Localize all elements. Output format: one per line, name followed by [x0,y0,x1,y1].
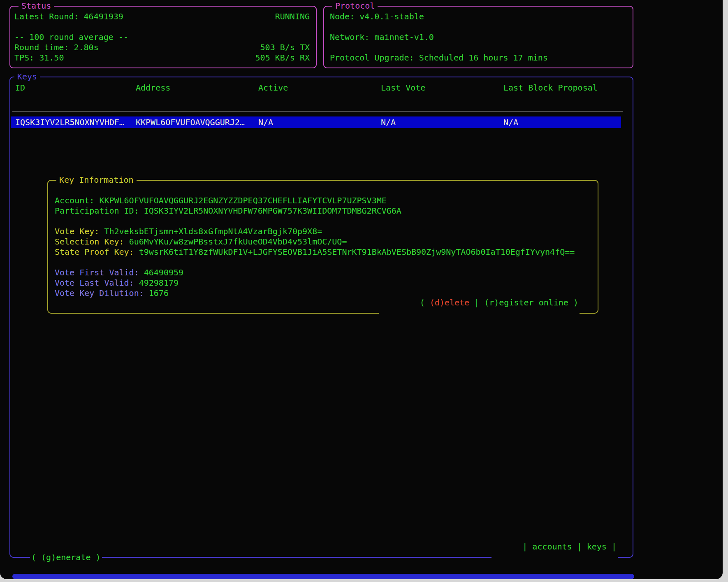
state-proof-key-line: State Proof Key: t9wsrK6tiT1Y8zfWUkDF1V+… [55,247,594,257]
nav-tab-keys[interactable]: keys [587,542,607,552]
nav-pipe-right: | [607,542,617,552]
vote-key-line: Vote Key: Th2veksbETjsmn+Xlds8xGfmpNtA4V… [55,226,594,237]
keys-panel: Keys ID Address Active Last Vote Last Bl… [9,77,633,558]
protocol-panel: Protocol Node: v4.0.1-stable Network: ma… [323,6,633,68]
selection-key-value: 6u6MvYKu/w8zwPBsstxJ7fkUueOD4VbD4v53lmOC… [129,237,347,247]
vote-last-valid-value: 49298179 [139,278,179,288]
participation-id-value: IQSK3IYV2LR5NOXNYVHDFW76MPGW757K3WIIDOM7… [144,206,401,216]
tps: TPS: 31.50 [14,53,64,63]
generate-action[interactable]: ( (g)enerate ) [30,552,102,563]
node-state-badge: RUNNING [275,12,310,22]
table-row[interactable]: IQSK3IYV2LR5NOXNYVHDF… KKPWL6OFVUFOAVQGG… [11,116,621,128]
row-cell-last-vote: N/A [381,116,396,128]
nav-tab-accounts[interactable]: accounts [532,542,572,552]
rx-rate: 505 KB/s RX [255,53,310,63]
network: Network: mainnet-v1.0 [330,32,628,42]
table-header-separator [12,111,623,112]
terminal-window: Status Latest Round: 46491939 RUNNING --… [0,0,723,579]
protocol-upgrade: Protocol Upgrade: Scheduled 16 hours 17 … [330,53,628,63]
latest-round: Latest Round: 46491939 [14,12,123,22]
participation-id-line: Participation ID: IQSK3IYV2LR5NOXNYVHDFW… [55,206,594,216]
keys-panel-title: Keys [14,71,40,82]
key-information-title: Key Information [56,175,137,185]
key-information-panel: Key Information Account: KKPWL6OFVUFOAVQ… [47,180,598,314]
row-cell-id: IQSK3IYV2LR5NOXNYVHDF… [15,116,124,128]
key-actions-separator: | [469,298,484,307]
column-header-id: ID [15,83,25,93]
round-time: Round time: 2.80s [14,42,99,53]
view-nav: | accounts | keys | [492,531,618,563]
row-cell-last-block-proposal: N/A [503,116,518,128]
vote-key-dilution-value: 1676 [149,288,169,298]
node-version: Node: v4.0.1-stable [330,12,628,22]
account-line: Account: KKPWL6OFVUFOAVQGGURJ2EGNZYZZDPE… [55,196,594,206]
key-actions: ( (d)elete | (r)egister online ) [379,286,580,319]
column-header-last-block-proposal: Last Block Proposal [503,83,598,93]
vote-first-valid-value: 46490959 [144,268,183,277]
status-panel-title: Status [19,0,54,11]
column-header-active: Active [258,83,288,93]
nav-pipe-left: | [522,542,532,552]
bottom-scrollbar[interactable] [12,574,634,579]
node-version-value: v4.0.1-stable [359,12,424,21]
column-header-last-vote: Last Vote [381,83,425,93]
tps-value: 31.50 [39,53,64,63]
vote-first-valid-line: Vote First Valid: 46490959 [55,268,594,278]
delete-action[interactable]: (d)elete [430,298,469,307]
round-time-value: 2.80s [74,42,99,52]
round-average-header: -- 100 round average -- [14,32,310,42]
network-value: mainnet-v1.0 [374,32,434,42]
protocol-upgrade-value: Scheduled 16 hours 17 mins [419,53,548,63]
row-cell-active: N/A [258,116,273,128]
vote-key-value: Th2veksbETjsmn+Xlds8xGfmpNtA4VzarBgjk70p… [104,226,322,236]
account-value: KKPWL6OFVUFOAVQGGURJ2EGNZYZZDPEQ37CHEFLL… [99,196,386,205]
latest-round-value: 46491939 [84,12,123,21]
key-actions-open: ( [420,298,430,307]
nav-separator: | [572,542,587,552]
status-panel: Status Latest Round: 46491939 RUNNING --… [9,6,317,68]
column-header-address: Address [136,83,170,93]
key-actions-close: ) [568,298,578,307]
state-proof-key-value: t9wsrK6tiT1Y8zfWUkDF1V+LJGFYSEOVB1JiA5SE… [139,247,575,257]
selection-key-line: Selection Key: 6u6MvYKu/w8zwPBsstxJ7fkUu… [55,237,594,247]
register-online-action[interactable]: (r)egister online [484,298,568,307]
tx-rate: 503 B/s TX [260,42,310,53]
protocol-panel-title: Protocol [332,0,378,11]
row-cell-address: KKPWL6OFVUFOAVQGGURJ2… [136,116,245,128]
